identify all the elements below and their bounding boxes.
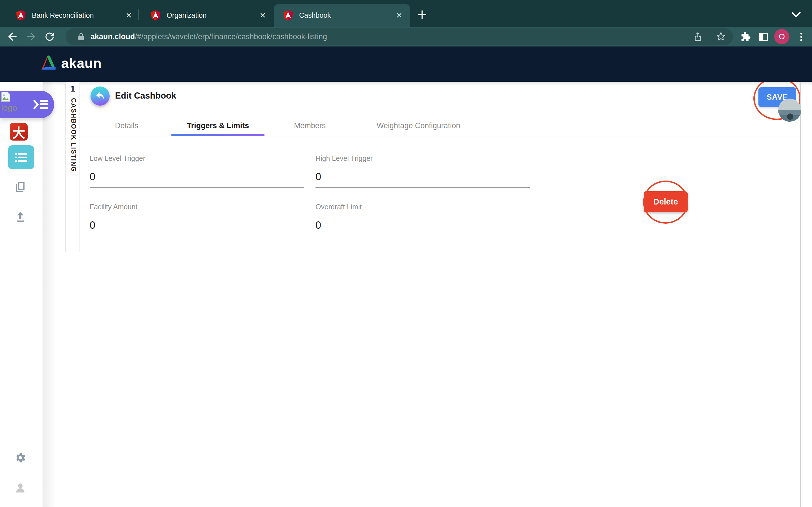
app-sidebar: 大 bbox=[0, 82, 43, 507]
tab-title: Organization bbox=[167, 11, 257, 19]
browser-menu-kebab-icon[interactable] bbox=[796, 31, 807, 43]
reload-icon[interactable] bbox=[43, 31, 56, 43]
share-icon[interactable] bbox=[693, 31, 703, 42]
edit-cashbook-panel: Edit Cashbook SAVE Details Triggers & Li… bbox=[80, 82, 800, 507]
browser-tab-bank-reconciliation[interactable]: Bank Reconciliation ✕ bbox=[8, 4, 138, 27]
broken-image-icon bbox=[1, 92, 10, 102]
field-label: Low Level Trigger bbox=[90, 154, 304, 163]
field-facility-amount: Facility Amount 0 bbox=[90, 203, 304, 236]
bookmark-star-icon[interactable] bbox=[716, 31, 726, 42]
tab-close-icon[interactable]: ✕ bbox=[257, 11, 268, 20]
tab-triggers-limits[interactable]: Triggers & Limits bbox=[171, 117, 264, 134]
sidebar-collapse-icon[interactable] bbox=[33, 98, 49, 111]
extensions-puzzle-icon[interactable] bbox=[740, 31, 751, 43]
field-input[interactable]: 0 bbox=[90, 219, 304, 231]
settings-gear-icon[interactable] bbox=[14, 452, 27, 464]
browser-toolbar: akaun.cloud/#/applets/wavelet/erp/financ… bbox=[0, 27, 812, 47]
browser-profile-badge[interactable]: O bbox=[774, 29, 790, 44]
applet-strip[interactable]: 1 CASHBOOK LISTING bbox=[65, 82, 80, 252]
back-button[interactable] bbox=[91, 87, 110, 106]
tab-close-icon[interactable]: ✕ bbox=[123, 11, 134, 20]
browser-tab-bar: Bank Reconciliation ✕ Organization ✕ Cas… bbox=[0, 0, 812, 27]
copy-pages-icon[interactable] bbox=[14, 181, 27, 193]
logo-alt-text: logo bbox=[1, 103, 17, 113]
applet-strip-index: 1 bbox=[66, 84, 80, 94]
akaun-triangle-icon bbox=[41, 55, 58, 71]
tab-search-chevron-icon[interactable] bbox=[791, 9, 802, 20]
account-person-icon[interactable] bbox=[14, 482, 27, 494]
input-underline bbox=[90, 187, 304, 188]
applet-strip-label: CASHBOOK LISTING bbox=[70, 98, 77, 172]
field-label: Facility Amount bbox=[90, 203, 304, 211]
sidebar-item-red-app[interactable]: 大 bbox=[10, 123, 28, 140]
browser-window: Bank Reconciliation ✕ Organization ✕ Cas… bbox=[0, 0, 812, 507]
tab-separator bbox=[139, 9, 139, 20]
tab-weightage-configuration[interactable]: Weightage Configuration bbox=[362, 117, 475, 134]
field-input[interactable]: 0 bbox=[315, 171, 530, 183]
new-tab-button[interactable] bbox=[416, 8, 428, 21]
angular-favicon bbox=[16, 10, 26, 20]
back-arrow-icon bbox=[95, 92, 105, 101]
back-icon[interactable] bbox=[6, 31, 18, 43]
cashbook-tabs: Details Triggers & Limits Members Weight… bbox=[80, 117, 800, 134]
field-input[interactable]: 0 bbox=[315, 219, 530, 231]
browser-tab-cashbook-active[interactable]: Cashbook ✕ bbox=[274, 4, 410, 27]
angular-favicon bbox=[151, 10, 160, 20]
sidebar-shadow bbox=[43, 82, 56, 507]
upload-icon[interactable] bbox=[14, 211, 27, 223]
forward-icon[interactable] bbox=[25, 31, 37, 43]
page-title: Edit Cashbook bbox=[115, 91, 176, 101]
red-app-glyph: 大 bbox=[12, 122, 26, 141]
lock-icon bbox=[77, 33, 86, 41]
list-icon bbox=[15, 152, 28, 163]
user-avatar-photo[interactable] bbox=[778, 99, 801, 122]
akaun-app-header: akaun bbox=[0, 47, 812, 82]
field-overdraft-limit: Overdraft Limit 0 bbox=[315, 203, 530, 236]
angular-favicon bbox=[283, 10, 293, 20]
tab-title: Cashbook bbox=[299, 11, 394, 19]
field-high-level-trigger: High Level Trigger 0 bbox=[315, 154, 530, 188]
input-underline bbox=[315, 187, 530, 188]
profile-initial: O bbox=[779, 32, 785, 41]
akaun-logo[interactable]: akaun bbox=[41, 55, 102, 71]
sidebar-item-listing-active[interactable] bbox=[8, 145, 34, 169]
side-panel-icon[interactable] bbox=[758, 31, 769, 43]
field-label: Overdraft Limit bbox=[315, 203, 530, 211]
url-domain: akaun.cloud bbox=[91, 33, 135, 41]
tab-title: Bank Reconciliation bbox=[32, 11, 123, 19]
active-tab-underline bbox=[171, 134, 264, 136]
field-low-level-trigger: Low Level Trigger 0 bbox=[90, 154, 304, 188]
tenant-logo-pill[interactable]: logo bbox=[0, 91, 54, 118]
input-underline bbox=[90, 236, 304, 236]
scrollbar-track-line bbox=[800, 82, 801, 507]
tab-details[interactable]: Details bbox=[97, 117, 156, 134]
brand-name: akaun bbox=[61, 55, 102, 71]
field-label: High Level Trigger bbox=[315, 154, 530, 163]
tab-close-icon[interactable]: ✕ bbox=[394, 11, 405, 20]
input-underline bbox=[315, 236, 530, 236]
url-text: akaun.cloud/#/applets/wavelet/erp/financ… bbox=[91, 33, 680, 41]
url-path: /#/applets/wavelet/erp/finance/cashbook/… bbox=[135, 33, 327, 41]
delete-button[interactable]: Delete bbox=[644, 191, 688, 212]
browser-tab-organization[interactable]: Organization ✕ bbox=[142, 4, 272, 27]
page-body: 大 bbox=[0, 82, 812, 507]
tab-members[interactable]: Members bbox=[282, 117, 338, 134]
tabs-divider bbox=[80, 136, 800, 137]
field-input[interactable]: 0 bbox=[90, 171, 304, 183]
address-bar[interactable]: akaun.cloud/#/applets/wavelet/erp/financ… bbox=[66, 28, 733, 45]
